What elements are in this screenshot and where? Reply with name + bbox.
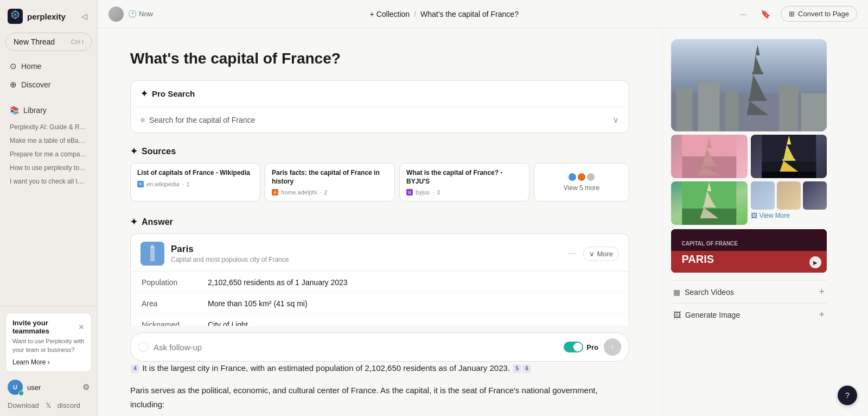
- new-thread-shortcut: Ctrl I: [71, 39, 84, 45]
- image-row-2: 🖼 View More: [671, 181, 827, 226]
- search-videos-label-group: ▦ Search Videos: [673, 288, 734, 297]
- sidebar: perplexity ◁ New Thread Ctrl I ⊙ Home ⊕ …: [0, 0, 98, 416]
- source-card-2[interactable]: Paris facts: the capital of France in hi…: [265, 163, 395, 201]
- download-link[interactable]: Download: [8, 401, 39, 409]
- population-value: 2,102,650 residents as of 1 January 2023: [198, 273, 628, 293]
- source-title-1: List of capitals of France - Wikipedia: [137, 169, 253, 178]
- answer-box: Paris Capital and most populous city of …: [130, 234, 629, 336]
- learn-more-button[interactable]: Learn More ›: [12, 358, 49, 366]
- collapse-sidebar-button[interactable]: ◁: [79, 10, 90, 23]
- source-card-3[interactable]: What is the capital of France? - BYJU'S …: [399, 163, 529, 201]
- source-meta-2: A home.adelphi · 2: [272, 189, 388, 196]
- answer-actions: ··· ∨ More: [565, 247, 619, 261]
- answer-more-dots-button[interactable]: ···: [565, 247, 579, 261]
- library-item[interactable]: Make me a table of eBay fe...: [4, 134, 93, 147]
- source-meta-1: W en.wikipedia · 1: [137, 181, 253, 187]
- library-item[interactable]: How to use perplexity to ve...: [4, 161, 93, 174]
- invite-desc: Want to use Perplexity with your team or…: [12, 337, 85, 354]
- search-query-text: Search for the capital of France: [149, 116, 255, 124]
- library-item[interactable]: Perplexity AI: Guide & Revie...: [4, 121, 93, 134]
- video-play-button[interactable]: ▶: [809, 256, 821, 268]
- svg-rect-6: [676, 88, 693, 131]
- expand-icon[interactable]: ∨: [612, 115, 619, 125]
- paris-eiffel-main-svg: [671, 39, 827, 131]
- paris-thumb-s2[interactable]: [777, 181, 801, 210]
- generate-image-plus-icon[interactable]: +: [819, 309, 825, 320]
- followup-inner: Pro ↑: [130, 332, 629, 362]
- entity-info: Paris Capital and most populous city of …: [171, 244, 289, 263]
- help-button[interactable]: ?: [838, 386, 857, 405]
- invite-close-button[interactable]: ✕: [78, 323, 85, 331]
- answer-icon: ✦: [130, 217, 137, 227]
- sources-grid: List of capitals of France - Wikipedia W…: [130, 163, 629, 201]
- search-videos-plus-icon[interactable]: +: [819, 286, 825, 298]
- source-card-1[interactable]: List of capitals of France - Wikipedia W…: [130, 163, 260, 201]
- pro-search-header: ✦ Pro Search: [131, 81, 629, 107]
- chevron-down-icon: ∨: [589, 250, 595, 258]
- paris-thumb-2[interactable]: [751, 135, 827, 178]
- breadcrumb-current-page: What's the capital of France?: [420, 10, 519, 18]
- pro-search-box: ✦ Pro Search Search for the capital of F…: [130, 80, 629, 133]
- answer-paragraph-2: Paris serves as the political, economic,…: [130, 383, 629, 411]
- source-card-more[interactable]: View 5 more: [534, 163, 629, 201]
- adelphi-favicon: A: [272, 189, 278, 196]
- followup-radio: [138, 342, 148, 352]
- source-more-icons: [569, 173, 595, 181]
- paris-thumb-1[interactable]: [671, 135, 748, 178]
- view-more-label: View 5 more: [564, 184, 599, 192]
- citation-6[interactable]: 6: [522, 364, 531, 373]
- new-thread-button[interactable]: New Thread Ctrl I: [5, 33, 92, 51]
- view-more-label: View More: [760, 212, 790, 219]
- paris-thumb-s3[interactable]: [803, 181, 827, 210]
- pro-toggle-switch[interactable]: [564, 342, 583, 352]
- library-header: 📚 Library: [4, 102, 93, 118]
- population-label: Population: [132, 273, 197, 293]
- library-label: Library: [23, 106, 47, 115]
- citation-4[interactable]: 4: [131, 364, 139, 373]
- ask-followup-input[interactable]: [154, 343, 558, 352]
- paris-main-image[interactable]: [671, 39, 827, 131]
- search-videos-row[interactable]: ▦ Search Videos +: [671, 280, 827, 303]
- pro-toggle-label: Pro: [586, 343, 598, 351]
- paris-video-thumbnail[interactable]: CAPITAL OF FRANCE PARIS ▶: [671, 229, 827, 273]
- svg-text:PARIS: PARIS: [682, 253, 714, 265]
- more-icon-2: [578, 173, 585, 181]
- citation-5[interactable]: 5: [513, 364, 521, 373]
- svg-rect-34: [703, 206, 716, 207]
- svg-rect-9: [780, 85, 799, 131]
- convert-to-page-button[interactable]: ⊞ Convert to Page: [781, 6, 857, 22]
- topbar: 🕐 Now + Collection / What's the capital …: [98, 0, 868, 28]
- svg-text:CAPITAL OF FRANCE: CAPITAL OF FRANCE: [682, 241, 738, 247]
- more-options-button[interactable]: ···: [736, 6, 751, 22]
- collection-link[interactable]: + Collection: [370, 10, 410, 18]
- answer-more-button[interactable]: ∨ More: [583, 247, 619, 261]
- sidebar-home-label: Home: [21, 62, 41, 71]
- source-index-2: 2: [324, 189, 327, 196]
- submit-followup-button[interactable]: ↑: [604, 338, 621, 356]
- twitter-link[interactable]: 𝕏: [46, 401, 51, 409]
- settings-icon[interactable]: ⚙: [82, 382, 90, 392]
- library-section: 📚 Library Perplexity AI: Guide & Revie..…: [0, 102, 97, 188]
- paris-thumb-s1[interactable]: [751, 181, 775, 210]
- source-index-3: 3: [437, 189, 440, 196]
- sidebar-item-discover[interactable]: ⊕ Discover: [4, 76, 93, 93]
- library-item[interactable]: Prepare for me a compariso...: [4, 148, 93, 161]
- convert-icon: ⊞: [789, 10, 795, 18]
- breadcrumb-separator: /: [414, 10, 416, 18]
- pro-search-icon: ✦: [141, 89, 148, 99]
- right-panel: 🖼 View More CAPITAL OF FRANCE PARIS ▶: [662, 28, 835, 416]
- paris-thumb-3[interactable]: [671, 181, 748, 225]
- app-name: perplexity: [27, 12, 66, 21]
- answer-entity: Paris Capital and most populous city of …: [141, 242, 289, 266]
- content-area: What's the capital of France? ✦ Pro Sear…: [98, 28, 868, 416]
- generate-image-label-group: 🖼 Generate Image: [673, 311, 740, 319]
- wikipedia-favicon: W: [137, 181, 144, 187]
- view-more-link[interactable]: 🖼 View More: [751, 212, 827, 219]
- discord-link[interactable]: discord: [58, 401, 80, 409]
- bookmark-button[interactable]: 🔖: [756, 6, 775, 22]
- generate-image-row[interactable]: 🖼 Generate Image +: [671, 303, 827, 326]
- sidebar-item-home[interactable]: ⊙ Home: [4, 58, 93, 75]
- entity-name: Paris: [171, 244, 289, 255]
- library-item[interactable]: I want you to check all the c...: [4, 175, 93, 188]
- perplexity-logo-icon: [8, 9, 23, 24]
